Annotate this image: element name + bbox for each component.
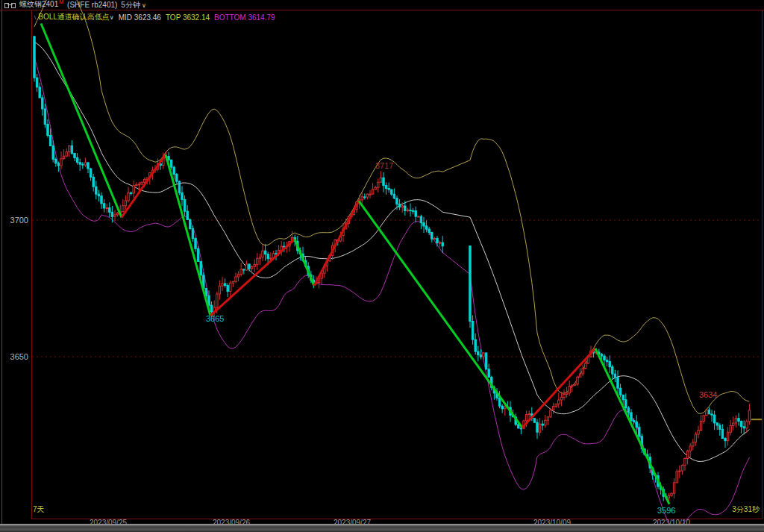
candle: [76, 153, 78, 165]
boll-top-line: [34, 0, 749, 413]
candle: [407, 208, 408, 212]
candle: [713, 410, 715, 430]
candle: [245, 260, 247, 270]
candle: [706, 409, 707, 416]
candle: [708, 407, 710, 414]
indicator-dropdown[interactable]: BOLL通道确认高低点∨: [38, 12, 113, 22]
candle: [692, 439, 694, 450]
candle: [418, 216, 419, 217]
instrument-name: 螺纹钢2401M: [19, 0, 63, 10]
candle: [254, 259, 255, 272]
candle: [472, 316, 473, 345]
candle: [63, 149, 64, 160]
candle: [388, 183, 389, 193]
candle: [366, 193, 368, 199]
candle: [716, 422, 718, 430]
candle: [82, 162, 84, 169]
candle: [539, 418, 540, 436]
candle: [695, 432, 696, 446]
candle: [96, 181, 97, 199]
swing-price-label: 3717: [375, 161, 393, 170]
candle: [181, 186, 183, 206]
candle: [689, 443, 691, 458]
candle: [375, 186, 376, 190]
y-axis-tick: 3650: [10, 352, 28, 361]
candle: [740, 420, 742, 433]
candle: [606, 357, 607, 366]
y-axis-tick: 3700: [10, 216, 28, 225]
candle: [385, 182, 386, 195]
candle: [224, 278, 225, 287]
candle: [141, 181, 143, 185]
candle: [431, 232, 433, 242]
candle: [735, 416, 736, 428]
candle: [36, 74, 37, 92]
candle: [222, 277, 223, 291]
visible-range-label: 7天: [33, 504, 45, 515]
candle: [727, 427, 728, 445]
candle: [369, 190, 371, 198]
zigzag-segment-red: [122, 154, 166, 217]
zigzag-segment-red: [522, 348, 595, 428]
candle: [433, 237, 435, 240]
candle: [116, 212, 118, 216]
candle: [572, 384, 573, 392]
link-icon: [4, 2, 16, 8]
candle: [485, 352, 486, 369]
candle: [425, 220, 427, 232]
timeframe-dropdown[interactable]: 5分钟∨: [121, 0, 145, 10]
candle: [227, 284, 228, 297]
candle: [703, 415, 704, 424]
candle: [488, 363, 489, 378]
candle: [721, 424, 723, 439]
candle: [190, 219, 191, 231]
candle: [633, 418, 634, 425]
candle: [410, 204, 411, 217]
candle: [679, 466, 680, 478]
candle: [719, 423, 721, 436]
zigzag-segment-green: [595, 348, 669, 504]
exchange-code: (SHFE rb2401): [67, 1, 117, 9]
candle: [547, 416, 548, 425]
swing-labels: 3717366535963634: [206, 161, 717, 515]
candlestick-chart[interactable]: 370036502023/09/252023/09/262023/09/2720…: [0, 0, 764, 532]
candle: [133, 181, 134, 198]
candle: [34, 36, 35, 82]
candle: [71, 140, 72, 154]
candle: [533, 419, 535, 423]
candle: [501, 404, 503, 413]
window-resize-bar[interactable]: [0, 524, 764, 532]
candle: [243, 269, 245, 275]
candle: [187, 205, 188, 220]
candle: [230, 281, 231, 297]
candle: [733, 416, 734, 430]
candle: [106, 204, 107, 213]
candle: [415, 207, 416, 222]
candle: [170, 160, 172, 170]
candle: [281, 241, 282, 256]
candle: [114, 210, 116, 221]
candle: [232, 281, 234, 287]
swing-price-label: 3634: [699, 390, 717, 399]
candle: [700, 415, 701, 431]
candle: [748, 404, 750, 425]
candle: [686, 450, 688, 465]
candle: [195, 237, 196, 251]
candle: [684, 457, 686, 471]
candle: [442, 236, 443, 253]
candle: [542, 420, 543, 430]
candle: [619, 384, 621, 398]
zigzag-segment-green: [359, 201, 522, 428]
candle: [262, 245, 263, 261]
candle: [552, 403, 554, 414]
candle: [730, 420, 731, 436]
candle: [264, 244, 266, 260]
candle: [109, 202, 110, 217]
candle: [378, 179, 379, 193]
swing-price-label: 3665: [206, 314, 224, 323]
countdown-label: 3分31秒: [732, 504, 760, 515]
boll-mid-value: MID 3623.46: [119, 13, 161, 22]
candle: [671, 492, 672, 497]
candle: [364, 193, 366, 199]
candle: [676, 469, 677, 484]
